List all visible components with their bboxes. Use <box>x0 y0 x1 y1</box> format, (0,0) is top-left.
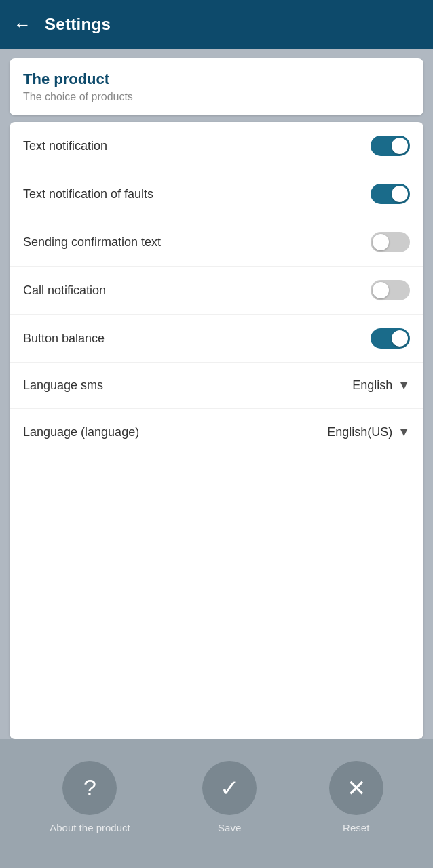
product-subtitle: The choice of products <box>23 91 410 103</box>
toggle-sending-confirmation-text[interactable] <box>371 232 410 252</box>
bottom-btn-label-reset: Reset <box>343 822 369 833</box>
setting-label-text-notification: Text notification <box>23 139 107 153</box>
page-title: Settings <box>45 15 111 34</box>
back-button[interactable]: ← <box>14 14 31 35</box>
setting-label-text-notification-faults: Text notification of faults <box>23 187 153 201</box>
bottom-bar: ?About the product✓Save✕Reset <box>0 739 433 868</box>
bottom-btn-label-about: About the product <box>50 822 130 833</box>
toggle-thumb-sending-confirmation-text <box>373 234 389 250</box>
bottom-btn-save[interactable]: ✓Save <box>202 761 257 833</box>
bottom-btn-label-save: Save <box>218 822 241 833</box>
setting-label-call-notification: Call notification <box>23 283 106 298</box>
setting-row-text-notification: Text notification <box>10 122 423 170</box>
setting-row-text-notification-faults: Text notification of faults <box>10 170 423 218</box>
content-area: The product The choice of products Text … <box>0 49 433 739</box>
setting-row-language-sms: Language smsEnglish▼ <box>10 363 423 409</box>
header: ← Settings <box>0 0 433 49</box>
dropdown-value-language-language: English(US) <box>327 425 392 439</box>
toggle-button-balance[interactable] <box>371 328 410 349</box>
setting-row-call-notification: Call notification <box>10 267 423 315</box>
toggle-text-notification-faults[interactable] <box>371 184 410 204</box>
dropdown-language-language[interactable]: English(US)▼ <box>327 425 410 439</box>
toggle-text-notification[interactable] <box>371 136 410 156</box>
setting-row-button-balance: Button balance <box>10 315 423 363</box>
setting-label-language-language: Language (language) <box>23 425 139 439</box>
toggle-call-notification[interactable] <box>371 280 410 300</box>
toggle-thumb-button-balance <box>392 330 408 347</box>
bottom-btn-icon-save: ✓ <box>202 761 257 815</box>
dropdown-arrow-icon-language-language: ▼ <box>398 425 410 439</box>
dropdown-arrow-icon-language-sms: ▼ <box>398 378 410 393</box>
toggle-thumb-text-notification-faults <box>392 186 408 202</box>
product-card: The product The choice of products <box>10 58 423 115</box>
toggle-thumb-call-notification <box>373 282 389 298</box>
dropdown-language-sms[interactable]: English▼ <box>352 378 410 393</box>
bottom-btn-reset[interactable]: ✕Reset <box>329 761 383 833</box>
setting-label-button-balance: Button balance <box>23 332 105 346</box>
setting-label-language-sms: Language sms <box>23 378 103 393</box>
bottom-btn-icon-reset: ✕ <box>329 761 383 815</box>
setting-row-sending-confirmation-text: Sending confirmation text <box>10 218 423 267</box>
toggle-thumb-text-notification <box>392 138 408 154</box>
setting-label-sending-confirmation-text: Sending confirmation text <box>23 235 161 250</box>
dropdown-value-language-sms: English <box>352 378 392 393</box>
setting-row-language-language: Language (language)English(US)▼ <box>10 409 423 455</box>
bottom-btn-icon-about: ? <box>62 761 117 815</box>
product-title: The product <box>23 71 410 88</box>
bottom-btn-about[interactable]: ?About the product <box>50 761 130 833</box>
settings-card: Text notificationText notification of fa… <box>10 122 423 739</box>
